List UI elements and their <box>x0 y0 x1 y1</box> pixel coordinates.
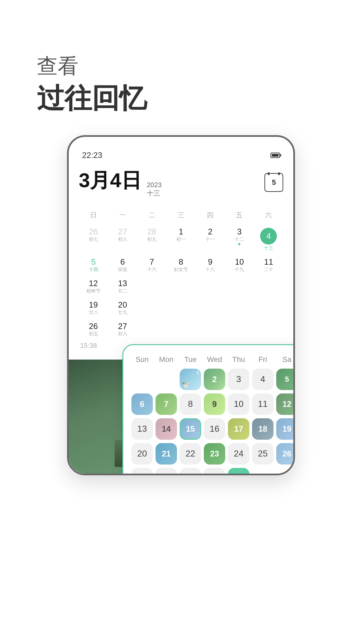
cal-cell[interactable]: 12植树节 <box>79 277 108 296</box>
cal-weekday-sat: 六 <box>254 208 283 222</box>
mem-cell[interactable]: 23 <box>202 443 227 465</box>
mem-wd-thu: Thu <box>227 355 251 364</box>
mem-cell[interactable]: 12 <box>275 393 295 415</box>
cal-week-1: 26初七 27初八 28初九 1初一 2十一 3十二 4十三 <box>79 226 283 253</box>
cal-weekday-thu: 四 <box>196 208 225 222</box>
mem-cell[interactable]: 🕊️ 1 <box>178 369 202 390</box>
cal-cell[interactable]: 10十九 <box>225 256 254 275</box>
cal-cell[interactable]: 13廿二 <box>108 277 137 296</box>
mem-wd-sat: Sa <box>275 355 295 364</box>
mem-cell[interactable]: 18 <box>251 418 275 440</box>
date-header: 3月4日 2023 十三 5 <box>79 167 283 198</box>
mem-cell[interactable]: 13 <box>130 418 154 440</box>
status-time: 22:23 <box>82 151 102 160</box>
cal-cell[interactable]: 6惊蛰 <box>108 256 137 275</box>
cal-weekday-sun: 日 <box>79 208 108 222</box>
cal-cell[interactable]: 8妇女节 <box>166 256 195 275</box>
header-subtitle: 查看 <box>37 54 362 78</box>
mem-wd-mon: Mon <box>154 355 178 364</box>
battery-icon <box>270 153 280 158</box>
mem-cell[interactable]: 3 <box>227 369 251 390</box>
cal-cell[interactable]: 1初一 <box>166 226 195 253</box>
mem-cell[interactable]: 22 <box>178 443 202 465</box>
date-main: 3月4日 2023 十三 <box>79 167 162 198</box>
mem-cell[interactable]: 28 <box>154 468 178 475</box>
header-section: 查看 过往回忆 <box>0 0 362 135</box>
mem-cell[interactable]: 25 <box>251 443 275 465</box>
mem-cell[interactable]: 27 <box>130 468 154 475</box>
mem-cell <box>275 468 295 475</box>
cal-cell[interactable]: 5十四 <box>79 256 108 275</box>
mem-cell[interactable]: 15 <box>178 418 202 440</box>
cal-cell[interactable]: 3十二 <box>225 226 254 253</box>
mem-row-1: 🕊️ 1 2 3 4 5 <box>130 369 295 390</box>
cal-week-3: 12植树节 13廿二 <box>79 277 283 296</box>
status-bar: 22:23 <box>69 147 293 164</box>
cal-cell[interactable]: 9十八 <box>196 256 225 275</box>
cal-weekday-wed: 三 <box>166 208 195 222</box>
mem-cell[interactable]: 4 <box>251 369 275 390</box>
mem-cell[interactable]: 10 <box>227 393 251 415</box>
mem-cell[interactable]: 6 <box>130 393 154 415</box>
mem-cell[interactable]: 11 <box>251 393 275 415</box>
calendar-icon-btn[interactable]: 5 <box>264 173 283 192</box>
mem-cell[interactable]: 19 <box>275 418 295 440</box>
mem-cell[interactable]: 2 <box>202 369 227 390</box>
calendar-icon-num: 5 <box>272 178 276 187</box>
mem-cell[interactable]: 7 <box>154 393 178 415</box>
mem-wd-sun: Sun <box>130 355 154 364</box>
mem-row-5: 27 28 29 30 31 <box>130 468 295 475</box>
cal-week-5: 26初五 27初六 <box>79 320 283 339</box>
cal-cell[interactable]: 11二十 <box>254 256 283 275</box>
cal-week-4: 19廿八 20廿九 <box>79 299 283 318</box>
cal-cell[interactable]: 7十六 <box>137 256 166 275</box>
mem-cell[interactable]: 29 <box>178 468 202 475</box>
date-year: 2023 <box>147 181 162 189</box>
cal-weekdays: 日 一 二 三 四 五 六 <box>79 208 283 222</box>
date-big: 3月4日 <box>79 167 141 194</box>
mem-row-2: 6 7 8 9 10 11 <box>130 393 295 415</box>
cal-cell[interactable]: 26初七 <box>79 226 108 253</box>
memory-panel: Sun Mon Tue Wed Thu Fri Sa 🕊️ <box>122 344 295 475</box>
cal-weekday-tue: 二 <box>137 208 166 222</box>
calendar-app: 3月4日 2023 十三 5 日 一 <box>69 164 293 356</box>
cal-weekday-fri: 五 <box>225 208 254 222</box>
cal-cell[interactable]: 20廿九 <box>108 299 137 318</box>
page-container: 查看 过往回忆 22:23 3月4日 2023 十三 <box>0 0 362 644</box>
mem-cell[interactable]: 26 <box>275 443 295 465</box>
header-title: 过往回忆 <box>37 82 362 115</box>
mem-cell[interactable]: 8 <box>178 393 202 415</box>
mem-row-3: 13 14 15 16 17 <box>130 418 295 440</box>
mem-cell[interactable]: 14 <box>154 418 178 440</box>
main-calendar-grid: 日 一 二 三 四 五 六 26初七 27初八 28初九 1初一 2 <box>79 208 283 339</box>
cal-cell[interactable]: 27初六 <box>108 320 137 339</box>
mem-cell[interactable]: 9 <box>202 393 227 415</box>
outer-wrap: 22:23 3月4日 2023 十三 5 <box>0 135 362 475</box>
cal-cell[interactable]: 26初五 <box>79 320 108 339</box>
mem-cell <box>251 468 275 475</box>
mem-cell[interactable]: 30 <box>202 468 227 475</box>
cal-weekday-mon: 一 <box>108 208 137 222</box>
cal-cell[interactable]: 19廿八 <box>79 299 108 318</box>
mem-wd-tue: Tue <box>178 355 202 364</box>
cal-cell-selected[interactable]: 4十三 <box>254 226 283 253</box>
cal-week-2: 5十四 6惊蛰 7十六 8妇女节 9十八 10十九 11二十 <box>79 256 283 275</box>
mem-cell[interactable]: 31 <box>227 468 251 475</box>
mem-cell[interactable]: 17 <box>227 418 251 440</box>
cal-cell[interactable]: 27初八 <box>108 226 137 253</box>
mem-wd-wed: Wed <box>202 355 227 364</box>
mem-cell[interactable]: 20 <box>130 443 154 465</box>
mem-cell[interactable]: 24 <box>227 443 251 465</box>
date-lunar: 十三 <box>147 189 162 198</box>
mem-cell <box>130 369 154 390</box>
mem-cell <box>154 369 178 390</box>
phone-mockup: 22:23 3月4日 2023 十三 5 <box>67 135 295 475</box>
mem-cell[interactable]: 21 <box>154 443 178 465</box>
date-sub: 2023 十三 <box>147 181 162 198</box>
mem-cell[interactable]: 16 <box>202 418 227 440</box>
mem-cell[interactable]: 5 <box>275 369 295 390</box>
mem-weekdays: Sun Mon Tue Wed Thu Fri Sa <box>130 355 295 364</box>
mem-wd-fri: Fri <box>251 355 275 364</box>
cal-cell[interactable]: 28初九 <box>137 226 166 253</box>
cal-cell[interactable]: 2十一 <box>196 226 225 253</box>
